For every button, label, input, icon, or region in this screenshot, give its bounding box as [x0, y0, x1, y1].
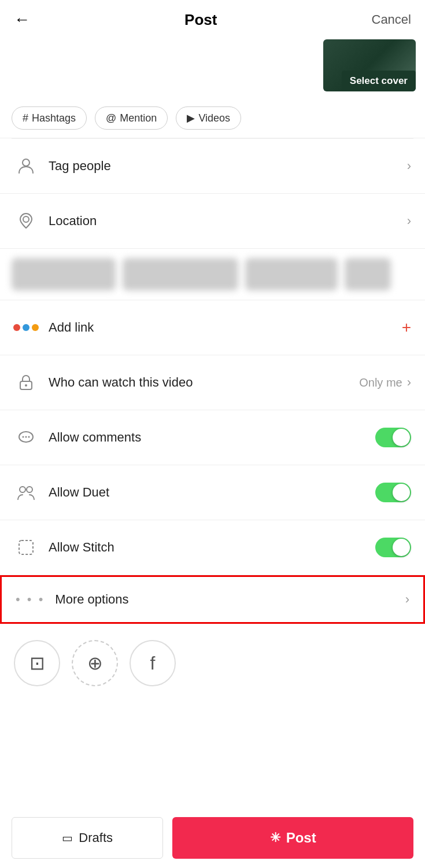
svg-point-6	[25, 436, 27, 438]
more-dots-icon: • • •	[16, 592, 45, 607]
blur-block-3	[245, 258, 338, 290]
svg-rect-10	[19, 540, 33, 554]
toggle-knob	[393, 484, 410, 501]
hashtag-icon: #	[23, 112, 28, 124]
cover-section: Select cover	[0, 39, 425, 98]
svg-point-7	[28, 436, 30, 438]
mention-pill[interactable]: @ Mention	[95, 106, 168, 130]
add-link-row[interactable]: Add link +	[0, 300, 425, 355]
location-row[interactable]: Location ›	[0, 194, 425, 249]
add-link-label: Add link	[49, 320, 402, 335]
social-share-row: ⊡ ⊕ f	[0, 624, 425, 703]
select-cover-button[interactable]: Select cover	[342, 71, 416, 91]
allow-stitch-label: Allow Stitch	[49, 540, 375, 555]
location-icon	[14, 209, 38, 233]
red-dot	[13, 324, 20, 331]
chevron-right-icon: ›	[407, 214, 411, 229]
stitch-icon	[14, 535, 38, 560]
allow-duet-toggle[interactable]	[375, 483, 411, 502]
cancel-button[interactable]: Cancel	[372, 12, 411, 27]
blurred-content-row	[0, 249, 425, 300]
page-title: Post	[184, 11, 217, 29]
allow-stitch-row[interactable]: Allow Stitch	[0, 520, 425, 575]
plus-icon: +	[402, 318, 411, 337]
person-icon	[14, 154, 38, 178]
facebook-icon: f	[150, 653, 156, 674]
allow-comments-toggle[interactable]	[375, 428, 411, 447]
hashtags-label: Hashtags	[32, 112, 76, 124]
toggle-knob	[393, 429, 410, 446]
add-circle-icon: ⊕	[87, 652, 103, 674]
allow-comments-row[interactable]: Allow comments	[0, 410, 425, 465]
allow-comments-label: Allow comments	[49, 430, 375, 445]
who-can-watch-label: Who can watch this video	[49, 375, 359, 390]
tag-people-row[interactable]: Tag people ›	[0, 139, 425, 194]
colorful-dots-icon	[14, 315, 38, 340]
post-star-icon: ✳	[270, 830, 280, 845]
hashtags-pill[interactable]: # Hashtags	[12, 106, 87, 130]
tag-pills: # Hashtags @ Mention ▶ Videos	[0, 98, 425, 138]
back-button[interactable]: ←	[14, 10, 30, 29]
header: ← Post Cancel	[0, 0, 425, 39]
facebook-share-button[interactable]: f	[130, 640, 176, 686]
who-can-watch-row[interactable]: Who can watch this video Only me ›	[0, 355, 425, 410]
videos-pill[interactable]: ▶ Videos	[176, 106, 241, 130]
drafts-label: Drafts	[79, 830, 113, 845]
toggle-knob	[393, 539, 410, 556]
lock-icon	[14, 370, 38, 395]
mention-label: Mention	[120, 112, 157, 124]
yellow-dot	[32, 324, 39, 331]
svg-point-5	[23, 436, 24, 438]
location-label: Location	[49, 214, 407, 229]
drafts-button[interactable]: ▭ Drafts	[12, 817, 163, 859]
more-options-row[interactable]: • • • More options ›	[0, 575, 425, 624]
drafts-icon: ▭	[62, 831, 73, 845]
only-me-text: Only me	[359, 376, 402, 389]
svg-point-9	[27, 487, 32, 492]
more-options-label: More options	[55, 592, 405, 607]
blur-block-2	[123, 258, 238, 290]
instagram-share-button[interactable]: ⊡	[14, 640, 60, 686]
blur-block-1	[12, 258, 116, 290]
allow-duet-row[interactable]: Allow Duet	[0, 465, 425, 520]
allow-duet-label: Allow Duet	[49, 485, 375, 500]
tag-people-label: Tag people	[49, 159, 407, 174]
bottom-actions: ▭ Drafts ✳ Post	[0, 808, 425, 868]
chevron-right-icon: ›	[407, 159, 411, 174]
duet-icon	[14, 480, 38, 505]
svg-point-0	[23, 159, 29, 166]
blue-dot	[23, 324, 29, 331]
comment-icon	[14, 425, 38, 450]
chevron-right-icon: ›	[405, 592, 409, 607]
add-social-button[interactable]: ⊕	[72, 640, 118, 686]
post-button[interactable]: ✳ Post	[172, 817, 413, 859]
who-can-watch-value: Only me ›	[359, 375, 411, 390]
allow-stitch-toggle[interactable]	[375, 538, 411, 557]
play-icon: ▶	[187, 112, 195, 124]
svg-point-1	[23, 216, 29, 222]
svg-point-8	[20, 487, 25, 492]
chevron-right-icon: ›	[407, 375, 411, 390]
mention-icon: @	[106, 112, 116, 124]
blur-block-4	[345, 258, 391, 290]
svg-point-3	[25, 384, 27, 387]
videos-label: Videos	[198, 112, 230, 124]
video-thumbnail: Select cover	[323, 39, 416, 91]
instagram-icon: ⊡	[29, 652, 45, 674]
post-label: Post	[286, 830, 316, 846]
